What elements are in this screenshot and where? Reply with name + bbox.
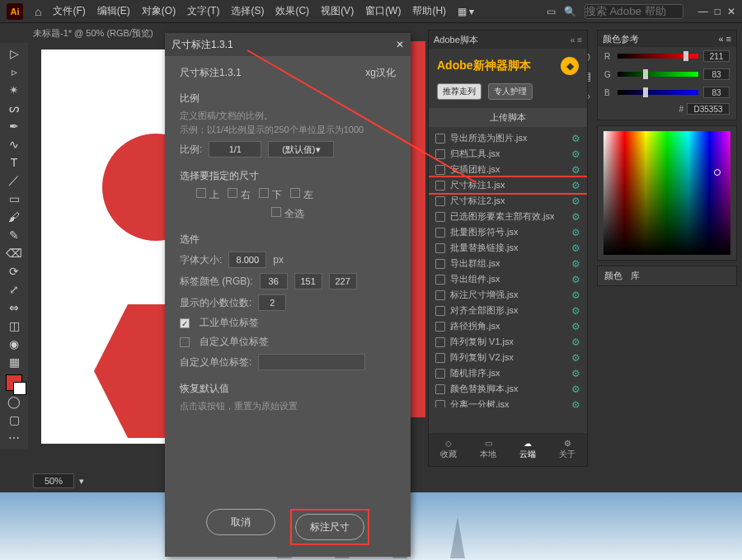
window-maximize-icon[interactable]: □ xyxy=(715,6,721,17)
shaper-tool-icon[interactable]: ✎ xyxy=(2,226,26,244)
g-slider[interactable] xyxy=(618,72,698,77)
tab-libraries[interactable]: 库 xyxy=(631,270,640,282)
gear-icon[interactable]: ⚙ xyxy=(571,211,580,223)
line-tool-icon[interactable]: ／ xyxy=(2,172,26,190)
font-size-input[interactable] xyxy=(228,252,266,268)
perspective-tool-icon[interactable]: ▦ xyxy=(2,353,26,371)
shape-builder-icon[interactable]: ◉ xyxy=(2,335,26,353)
direct-select-tool-icon[interactable]: ▹ xyxy=(2,63,26,81)
gear-icon[interactable]: ⚙ xyxy=(571,321,580,332)
tab-fav[interactable]: ◇收藏 xyxy=(440,439,457,460)
r-slider[interactable] xyxy=(618,54,698,59)
gear-icon[interactable]: ⚙ xyxy=(571,352,580,364)
eng-units-checkbox[interactable] xyxy=(180,318,190,328)
menu-select[interactable]: 选择(S) xyxy=(231,4,264,18)
custom-units-input[interactable] xyxy=(258,354,365,370)
gear-icon[interactable]: ⚙ xyxy=(571,133,580,144)
gear-icon[interactable]: ⚙ xyxy=(571,195,580,207)
gear-icon[interactable]: ⚙ xyxy=(571,399,580,408)
ratio-select[interactable]: 1/1 xyxy=(209,141,261,158)
window-minimize-icon[interactable]: — xyxy=(698,6,708,17)
pen-tool-icon[interactable]: ✒ xyxy=(2,117,26,135)
script-item[interactable]: 分离一分树.jsx⚙ xyxy=(429,397,587,407)
panel-menu-icon[interactable]: « ≡ xyxy=(718,34,731,44)
script-item[interactable]: 阵列复制 V1.jsx⚙ xyxy=(429,334,587,350)
gear-icon[interactable]: ⚙ xyxy=(571,227,580,238)
close-icon[interactable]: ✕ xyxy=(396,39,404,50)
tab-local[interactable]: ▭本地 xyxy=(480,439,496,460)
zoom-input[interactable] xyxy=(33,473,74,488)
type-tool-icon[interactable]: T xyxy=(2,153,26,172)
script-item[interactable]: 路径拐角.jsx⚙ xyxy=(429,318,587,334)
scale-tool-icon[interactable]: ⤢ xyxy=(2,280,26,299)
layout-switcher-icon[interactable]: ▦ ▾ xyxy=(458,6,474,17)
gear-icon[interactable]: ⚙ xyxy=(571,336,580,348)
edge-left-checkbox[interactable] xyxy=(290,188,300,198)
home-icon[interactable]: ⌂ xyxy=(35,5,41,18)
search-icon[interactable]: 🔍 xyxy=(564,6,576,17)
selection-tool-icon[interactable]: ▷ xyxy=(2,45,26,63)
hex-input[interactable]: D35353 xyxy=(687,103,730,115)
script-item[interactable]: 尺寸标注1.jsx⚙ xyxy=(429,177,587,193)
lasso-tool-icon[interactable]: ᔕ xyxy=(2,99,26,117)
gear-icon[interactable]: ⚙ xyxy=(571,164,580,176)
color-panel-title[interactable]: 颜色参考 xyxy=(603,33,639,45)
r-value[interactable]: 211 xyxy=(703,50,730,62)
brush-tool-icon[interactable]: 🖌 xyxy=(2,208,26,226)
select-all-checkbox[interactable] xyxy=(271,207,281,217)
script-item[interactable]: 归档工具.jsx⚙ xyxy=(429,146,587,162)
zoom-dropdown-icon[interactable]: ▾ xyxy=(79,476,84,487)
canvas[interactable] xyxy=(33,46,165,483)
gear-icon[interactable]: ⚙ xyxy=(571,289,580,301)
edge-bottom-checkbox[interactable] xyxy=(259,188,269,198)
edge-top-checkbox[interactable] xyxy=(196,188,206,198)
color-r-input[interactable] xyxy=(260,273,288,289)
menu-edit[interactable]: 编辑(E) xyxy=(97,4,130,18)
search-input[interactable] xyxy=(585,4,683,19)
script-item[interactable]: 批量图形符号.jsx⚙ xyxy=(429,224,587,240)
window-close-icon[interactable]: ✕ xyxy=(727,6,735,17)
script-item[interactable]: 随机排序.jsx⚙ xyxy=(429,365,587,381)
cancel-button[interactable]: 取消 xyxy=(206,509,275,535)
b-slider[interactable] xyxy=(618,90,698,95)
script-item[interactable]: 颜色替换脚本.jsx⚙ xyxy=(429,381,587,397)
menu-view[interactable]: 视图(V) xyxy=(321,4,354,18)
gear-icon[interactable]: ⚙ xyxy=(571,258,580,270)
gear-icon[interactable]: ⚙ xyxy=(571,242,580,254)
script-item[interactable]: 导出群组.jsx⚙ xyxy=(429,256,587,271)
mode-recommended[interactable]: 推荐走列 xyxy=(437,83,481,100)
mode-pro[interactable]: 专人护理 xyxy=(488,83,533,100)
panel-menu-icon[interactable]: « ≡ xyxy=(571,35,582,45)
script-item[interactable]: 已选图形要素主部有效.jsx⚙ xyxy=(429,209,587,224)
edit-toolbar-icon[interactable]: ⋯ xyxy=(2,429,26,447)
tab-about[interactable]: ⚙关于 xyxy=(559,439,575,460)
ok-button[interactable]: 标注尺寸 xyxy=(295,514,364,540)
stroke-color-swatch[interactable] xyxy=(13,382,26,395)
menu-file[interactable]: 文件(F) xyxy=(53,4,85,18)
fill-color-swatch[interactable] xyxy=(6,374,22,391)
menu-type[interactable]: 文字(T) xyxy=(187,4,219,18)
script-item[interactable]: 对齐全部图形.jsx⚙ xyxy=(429,303,587,318)
script-item[interactable]: 导出组件.jsx⚙ xyxy=(429,271,587,287)
gear-icon[interactable]: ⚙ xyxy=(571,274,580,285)
color-g-input[interactable] xyxy=(294,273,322,289)
decimals-input[interactable] xyxy=(258,294,286,311)
g-value[interactable]: 83 xyxy=(703,68,730,80)
edge-right-checkbox[interactable] xyxy=(228,188,237,198)
ratio-default-select[interactable]: (默认值) ▾ xyxy=(268,141,334,158)
rect-tool-icon[interactable]: ▭ xyxy=(2,190,26,208)
draw-mode-icon[interactable]: ◯ xyxy=(2,393,26,411)
hexagon-shape[interactable] xyxy=(94,297,165,445)
menu-object[interactable]: 对象(O) xyxy=(142,4,176,18)
gear-icon[interactable]: ⚙ xyxy=(571,305,580,317)
script-panel-tab[interactable]: Adobe脚本 xyxy=(434,34,478,46)
menu-help[interactable]: 帮助(H) xyxy=(412,4,446,18)
color-b-input[interactable] xyxy=(329,273,357,289)
gear-icon[interactable]: ⚙ xyxy=(571,148,580,160)
script-item[interactable]: 导出所选为图片.jsx⚙ xyxy=(429,130,587,146)
tab-cloud[interactable]: ☁云端 xyxy=(519,439,536,460)
script-item[interactable]: 批量替换链接.jsx⚙ xyxy=(429,240,587,256)
eraser-tool-icon[interactable]: ⌫ xyxy=(2,244,26,262)
rotate-tool-icon[interactable]: ⟳ xyxy=(2,262,26,280)
menu-window[interactable]: 窗口(W) xyxy=(365,4,401,18)
